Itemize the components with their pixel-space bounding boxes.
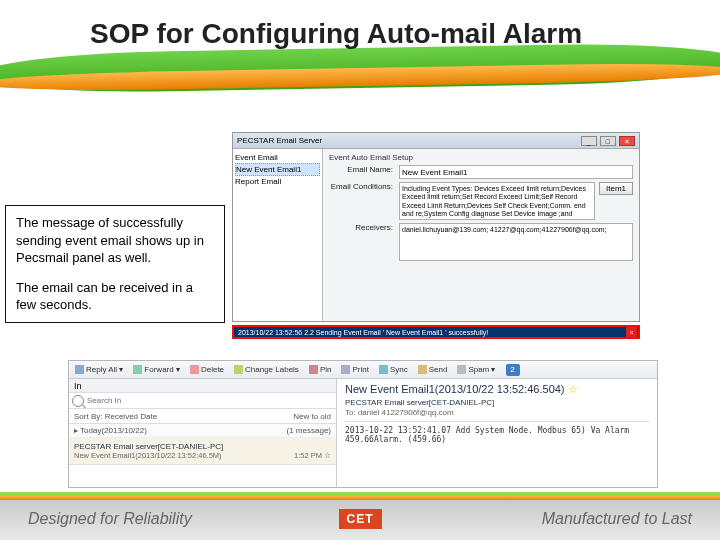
msg-from: PECSTAR Email server[CET-DANIEL-PC] [74,442,331,451]
send-label: Send [429,365,448,374]
minimize-button[interactable]: _ [581,136,597,146]
msg-subject: New Event Email1(2013/10/22 13:52:46.5M) [74,451,222,460]
tree-root[interactable]: Event Email [235,152,320,163]
mail-toolbar: Reply All ▾ Forward ▾ Delete Change Labe… [69,361,657,379]
field-name[interactable]: New Event Email1 [399,165,633,179]
mail-body: In Sort By: Received Date New to old ▸ T… [69,379,657,487]
print-label: Print [352,365,368,374]
slide-title: SOP for Configuring Auto-mail Alarm [90,18,690,50]
star-icon[interactable]: ☆ [568,383,578,395]
window-buttons: _ □ ✕ [580,136,635,146]
reply-icon [75,365,84,374]
preview-subject-text: New Event Email1(2013/10/22 13:52:46.504… [345,383,565,395]
callout-p2: The email can be received in a few secon… [16,279,214,314]
window-title: PECSTAR Email Server [237,136,580,145]
spam-label: Spam ▾ [468,365,495,374]
changelabels-button[interactable]: Change Labels [234,365,299,374]
to-value: daniel 41227906f@qq.com [358,408,454,417]
unread-badge: 2 [506,364,520,376]
msg-meta: New Event Email1(2013/10/22 13:52:46.5M)… [74,451,331,460]
send-icon [418,365,427,374]
label-name: Email Name: [329,165,399,174]
pin-label: Pin [320,365,332,374]
sort-order: New to old [293,412,331,421]
sync-label: Sync [390,365,408,374]
tree-item-selected[interactable]: New Event Email1 [235,163,320,176]
search-row [69,393,336,409]
status-bar-highlighted: 2013/10/22 13:52:56 2.2 Sending Event Em… [232,325,640,339]
spam-button[interactable]: Spam ▾ [457,365,495,374]
forward-button[interactable]: Forward ▾ [133,365,180,374]
tree-pane: Event Email New Event Email1 Report Emai… [233,149,323,321]
sort-by: Sort By: Received Date [74,412,157,421]
detail-pane: Event Auto Email Setup Email Name: New E… [323,149,639,321]
print-button[interactable]: Print [341,365,368,374]
label-receivers: Receivers: [329,223,399,232]
footer-orange-line [0,496,720,500]
folder-header[interactable]: In [69,379,336,393]
sync-button[interactable]: Sync [379,365,408,374]
label-icon [234,365,243,374]
changelabels-label: Change Labels [245,365,299,374]
tree-item[interactable]: Report Email [235,176,320,187]
footer-logo: CET [339,509,382,529]
label-conditions: Email Conditions: [329,182,399,191]
day-count: (1 message) [287,424,331,437]
delete-icon [190,365,199,374]
pin-icon [309,365,318,374]
mail-list-pane: In Sort By: Received Date New to old ▸ T… [69,379,337,487]
mail-client-window: Reply All ▾ Forward ▾ Delete Change Labe… [68,360,658,488]
conditions-button[interactable]: Item1 [599,182,633,195]
day-label: Today(2013/10/22) [80,426,147,435]
divider [345,421,649,422]
preview-to: To: daniel 41227906f@qq.com [345,408,649,417]
footer-left: Designed for Reliability [0,510,339,528]
window-body: Event Email New Event Email1 Report Emai… [233,149,639,321]
callout-box: The message of successfully sending even… [5,205,225,323]
status-close-icon[interactable]: × [626,327,637,338]
replyall-label: Reply All ▾ [86,365,123,374]
replyall-button[interactable]: Reply All ▾ [75,365,123,374]
row-name: Email Name: New Event Email1 [329,165,633,179]
search-input[interactable] [87,395,336,407]
row-conditions: Email Conditions: Including Event Types:… [329,182,633,220]
delete-label: Delete [201,365,224,374]
mail-preview-pane: New Event Email1(2013/10/22 13:52:46.504… [337,379,657,487]
print-icon [341,365,350,374]
callout-p1: The message of successfully sending even… [16,214,214,267]
group-label: Event Auto Email Setup [329,153,633,162]
row-receivers: Receivers: daniel.lichuyuan@139.com; 412… [329,223,633,261]
to-label: To: [345,408,356,417]
close-button[interactable]: ✕ [619,136,635,146]
titlebar[interactable]: PECSTAR Email Server _ □ ✕ [233,133,639,149]
pecstar-window: PECSTAR Email Server _ □ ✕ Event Email N… [232,132,640,322]
delete-button[interactable]: Delete [190,365,224,374]
top-stripe [0,0,720,110]
forward-icon [133,365,142,374]
send-button[interactable]: Send [418,365,448,374]
sync-icon [379,365,388,374]
search-icon[interactable] [72,395,84,407]
footer-bar: Designed for Reliability CET Manufacture… [0,492,720,540]
status-text: 2013/10/22 13:52:56 2.2 Sending Event Em… [238,329,488,336]
field-receivers[interactable]: daniel.lichuyuan@139.com; 41227@qq.com;4… [399,223,633,261]
sort-row[interactable]: Sort By: Received Date New to old [69,409,336,424]
preview-from: PECSTAR Email server[CET-DANIEL-PC] [345,398,649,407]
preview-subject: New Event Email1(2013/10/22 13:52:46.504… [345,383,649,396]
spam-icon [457,365,466,374]
preview-body: 2013-10-22 13:52:41.07 Add System Node. … [345,426,649,444]
footer-right: Manufactured to Last [382,510,721,528]
pin-button[interactable]: Pin [309,365,332,374]
msg-time: 1:52 PM ☆ [294,451,331,460]
message-row[interactable]: PECSTAR Email server[CET-DANIEL-PC] New … [69,438,336,465]
maximize-button[interactable]: □ [600,136,616,146]
day-header[interactable]: ▸ Today(2013/10/22) (1 message) [69,424,336,438]
field-conditions[interactable]: Including Event Types: Devices Exceed li… [399,182,595,220]
forward-label: Forward ▾ [144,365,180,374]
